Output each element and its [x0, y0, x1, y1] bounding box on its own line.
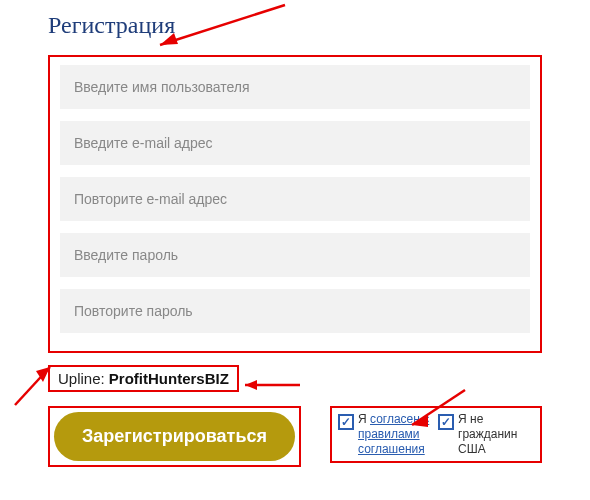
password-confirm-input[interactable] [60, 289, 530, 333]
agree-terms-label: Я согласен с правилами соглашения [358, 412, 434, 457]
submit-highlight: Зарегистрироваться [48, 406, 301, 467]
email-input[interactable] [60, 121, 530, 165]
upline-value: ProfitHuntersBIZ [109, 370, 229, 387]
upline-label: Upline: [58, 370, 109, 387]
register-button[interactable]: Зарегистрироваться [54, 412, 295, 461]
email-confirm-input[interactable] [60, 177, 530, 221]
agreements-box: ✓ Я согласен с правилами соглашения ✓ Я … [330, 406, 542, 463]
agree-terms-checkbox[interactable]: ✓ [338, 414, 354, 430]
not-us-checkbox[interactable]: ✓ [438, 414, 454, 430]
username-input[interactable] [60, 65, 530, 109]
upline-info: Upline: ProfitHuntersBIZ [48, 365, 239, 392]
page-title: Регистрация [48, 12, 542, 39]
password-input[interactable] [60, 233, 530, 277]
not-us-label: Я не гражданин США [458, 412, 534, 457]
registration-form [48, 55, 542, 353]
